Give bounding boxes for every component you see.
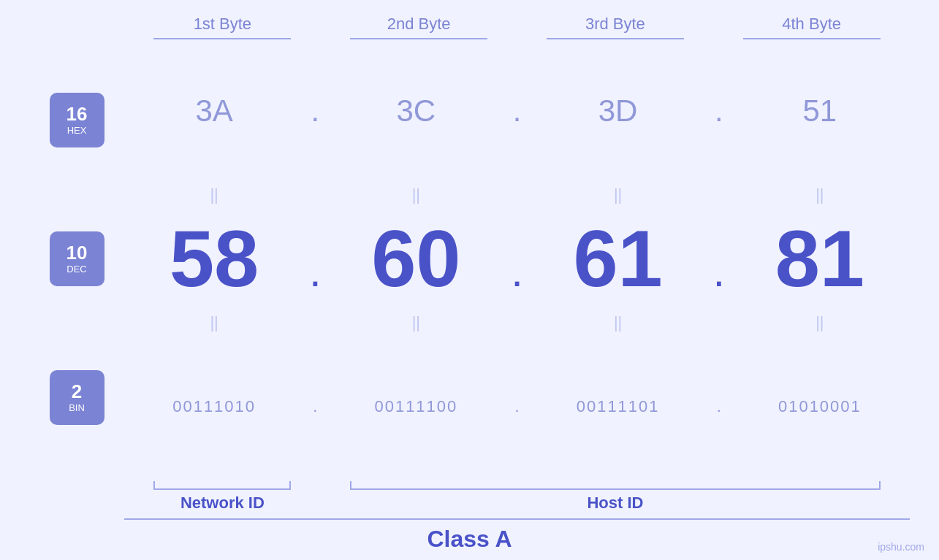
eq2-byte-1: || xyxy=(124,313,304,332)
class-label: Class A xyxy=(427,526,512,553)
brackets-row: Network ID Host ID xyxy=(29,481,910,513)
byte-header-3: 3rd Byte xyxy=(517,15,714,39)
eq-row-1: || || || || xyxy=(124,182,910,207)
dec-byte-4: 81 xyxy=(730,218,910,299)
class-divider xyxy=(124,518,910,520)
byte-headers: 1st Byte 2nd Byte 3rd Byte 4th Byte xyxy=(124,15,910,39)
byte-header-4: 4th Byte xyxy=(713,15,910,39)
dec-byte-1: 58 xyxy=(124,218,304,299)
eq2-byte-2: || xyxy=(326,313,506,332)
hex-byte-2: 3C xyxy=(326,93,506,129)
eq1-byte-1: || xyxy=(124,185,304,204)
bin-dot-2: . xyxy=(506,397,528,416)
network-id-label: Network ID xyxy=(180,494,265,513)
dec-dot-3: . xyxy=(708,220,730,296)
hex-byte-4: 51 xyxy=(730,93,910,129)
eq2-byte-3: || xyxy=(528,313,708,332)
byte-header-2: 2nd Byte xyxy=(321,15,517,39)
dec-byte-3: 61 xyxy=(528,218,708,299)
bin-badge-number: 2 xyxy=(72,381,82,402)
network-id-bracket: Network ID xyxy=(124,481,321,513)
data-grid: 3A . 3C . 3D . 51 || || || || 58 xyxy=(124,39,910,477)
dec-byte-2: 60 xyxy=(326,218,506,299)
bin-dot-3: . xyxy=(708,397,730,416)
main-container: 1st Byte 2nd Byte 3rd Byte 4th Byte 16 H… xyxy=(0,0,939,560)
hex-byte-3: 3D xyxy=(528,93,708,129)
host-id-label: Host ID xyxy=(587,494,643,513)
hex-row: 3A . 3C . 3D . 51 xyxy=(124,39,910,182)
class-section: Class A xyxy=(29,518,910,553)
dec-badge: 10 DEC xyxy=(50,231,104,286)
bin-row: 00111010 . 00111100 . 00111101 . 0101000… xyxy=(124,335,910,477)
byte-header-1: 1st Byte xyxy=(124,15,321,39)
hex-badge: 16 HEX xyxy=(50,93,104,147)
dec-dot-2: . xyxy=(506,220,528,296)
hex-badge-number: 16 xyxy=(66,104,88,125)
eq1-byte-4: || xyxy=(730,185,910,204)
bottom-section: Network ID Host ID Class A xyxy=(29,481,910,553)
headers-section: 1st Byte 2nd Byte 3rd Byte 4th Byte xyxy=(29,15,910,39)
host-id-bracket: Host ID xyxy=(321,481,910,513)
bin-byte-3: 00111101 xyxy=(528,397,708,416)
hex-badge-label: HEX xyxy=(67,125,87,136)
hex-byte-1: 3A xyxy=(124,93,304,129)
eq-row-2: || || || || xyxy=(124,310,910,335)
bin-byte-4: 01010001 xyxy=(730,397,910,416)
hex-dot-3: . xyxy=(708,93,730,129)
eq1-byte-3: || xyxy=(528,185,708,204)
hex-dot-1: . xyxy=(304,93,326,129)
watermark: ipshu.com xyxy=(878,541,924,553)
eq1-byte-2: || xyxy=(326,185,506,204)
bin-byte-1: 00111010 xyxy=(124,397,304,416)
bin-badge-label: BIN xyxy=(69,402,85,413)
dec-badge-label: DEC xyxy=(66,264,86,275)
eq2-byte-4: || xyxy=(730,313,910,332)
hex-dot-2: . xyxy=(506,93,528,129)
bin-badge: 2 BIN xyxy=(50,370,104,425)
bin-byte-2: 00111100 xyxy=(326,397,506,416)
dec-badge-number: 10 xyxy=(66,242,88,264)
badge-column: 16 HEX 10 DEC 2 BIN xyxy=(29,39,124,477)
dec-dot-1: . xyxy=(304,220,326,296)
bin-dot-1: . xyxy=(304,397,326,416)
grid-section: 16 HEX 10 DEC 2 BIN 3A . 3C . 3D . 51 xyxy=(29,39,910,477)
dec-row: 58 . 60 . 61 . 81 xyxy=(124,207,910,310)
